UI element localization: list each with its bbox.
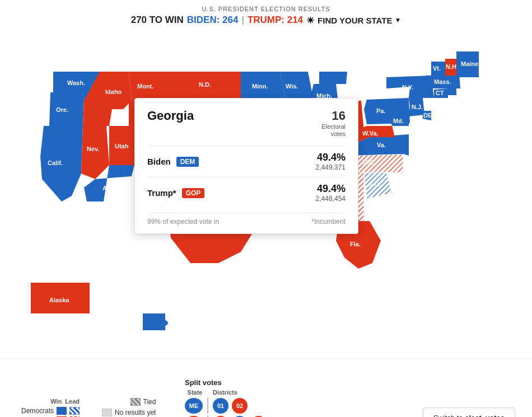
popup-incumbent-note: *Incumbent [311,218,346,226]
popup-trump-candidate: Trump* GOP [147,188,204,198]
popup-ev-label2: votes [321,130,346,138]
popup-biden-pct: 49.4% [317,152,346,163]
state-or[interactable] [49,92,84,126]
legend-win-lead-header: Win Lead [50,398,80,405]
state-mn[interactable] [241,72,286,101]
legend-dem-win-swatch [57,407,67,415]
score-divider: | [241,15,244,26]
split-divider [207,398,208,414]
split-votes-cols: State Districts [185,389,267,396]
chevron-down-icon: ▼ [394,16,401,24]
split-me-state[interactable]: ME [185,398,203,414]
legend-lead-label: Lead [65,398,80,405]
legend-dem-label: Democrats [21,407,54,415]
popup-trump-pct: 49.4% [317,183,346,194]
election-title: U.S. PRESIDENT ELECTION RESULTS [0,6,532,12]
state-ma[interactable] [426,74,460,88]
state-nv[interactable] [81,126,109,179]
state-de[interactable] [423,111,431,120]
state-me[interactable] [456,51,479,77]
election-map[interactable]: Wash. Ore. Calif. Nev. Idaho Mont. N.D. … [0,28,532,358]
live-icon: ☀ [306,15,314,26]
popup-ev-number: 16 [332,109,346,123]
state-nd[interactable] [190,72,241,98]
switch-to-elect-votes-button[interactable]: Switch to elect. votes [423,407,515,417]
popup-trump-count: 2,448,454 [316,195,346,203]
state-ct[interactable] [434,88,448,98]
legend-noresult-label: No results yet [115,409,156,416]
legend-tied-swatch [130,398,141,406]
popup-biden-votes: 49.4% 2,449,371 [316,152,346,171]
split-state-col: State [185,389,205,396]
popup-expected-vote: 99% of expected vote in [147,218,219,226]
legend-win-label: Win [50,398,62,405]
legend-party-section: Win Lead Democrats Republicans Others [17,398,80,417]
split-votes-section: Split votes State Districts ME 01 02 NE … [185,378,267,417]
state-nj[interactable] [409,98,424,116]
switch-btn-label-bold: elect. votes [465,414,505,417]
popup-trump-votes: 49.4% 2,448,454 [316,183,346,203]
split-me-d2[interactable]: 02 [232,398,248,414]
popup-trump-row: Trump* GOP 49.4% 2,448,454 [147,177,346,208]
biden-score: BIDEN: 264 [187,15,239,26]
state-mi-upper[interactable] [319,72,347,84]
split-votes-title: Split votes [185,378,267,387]
popup-trump-party: GOP [182,188,205,198]
svg-point-55 [157,320,168,326]
score-line: 270 TO WIN BIDEN: 264 | TRUMP: 214 ☀ FIN… [0,15,532,26]
legend: Win Lead Democrats Republicans Others [17,398,156,417]
popup-trump-name: Trump* [147,188,176,198]
state-ut[interactable] [109,126,134,165]
popup-state-name: Georgia [147,109,194,123]
popup-biden-name: Biden [147,157,171,166]
state-ak[interactable] [31,283,90,313]
popup-ev-label1: Electoral [321,123,346,130]
legend-tied-row: Tied [102,398,156,406]
split-me-row: ME 01 02 [185,398,267,414]
switch-btn-label-pre: Switch to [433,414,465,417]
split-districts-col: Districts [213,389,237,396]
state-ca[interactable] [40,126,83,202]
legend-noresult-swatch [102,409,112,416]
legend-noresult-row: No results yet [102,409,156,416]
state-popup: Georgia 16 Electoral votes Biden DEM 49.… [134,98,358,234]
state-vt[interactable] [431,62,445,76]
popup-biden-row: Biden DEM 49.4% 2,449,371 [147,146,346,177]
state-md[interactable] [391,116,409,126]
trump-score: TRUMP: 214 [248,15,303,26]
popup-biden-count: 2,449,371 [316,163,346,171]
legend-dem-row: Democrats [17,407,80,415]
legend-other-section: Tied No results yet [102,398,156,416]
win-threshold: 270 TO WIN [131,15,184,26]
popup-header: Georgia 16 Electoral votes [147,109,346,138]
popup-biden-party: DEM [176,157,199,167]
state-nh[interactable] [445,59,456,76]
split-me-d1[interactable]: 01 [213,398,228,414]
svg-point-54 [143,317,160,326]
legend-tied-label: Tied [143,398,156,406]
popup-biden-candidate: Biden DEM [147,157,199,167]
legend-dem-lead-swatch [69,407,80,415]
state-ri[interactable] [448,88,456,95]
popup-electoral-votes: 16 Electoral votes [321,109,346,138]
find-state-button[interactable]: FIND YOUR STATE ▼ [318,16,401,25]
state-wi[interactable] [280,72,314,101]
state-sc[interactable] [364,172,392,199]
header: U.S. PRESIDENT ELECTION RESULTS 270 TO W… [0,0,532,28]
popup-footer: 99% of expected vote in *Incumbent [147,213,346,226]
